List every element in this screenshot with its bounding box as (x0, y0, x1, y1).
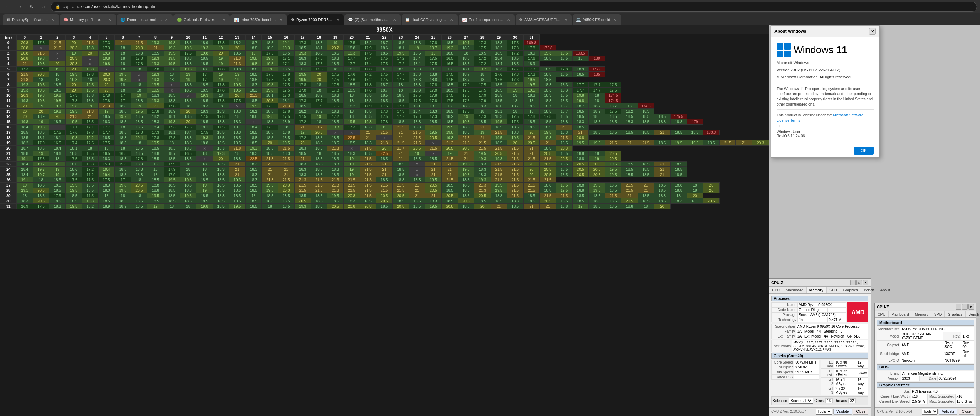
close-button[interactable]: ✕ (863, 280, 869, 285)
tab-graphics[interactable]: Graphics (840, 287, 861, 293)
r-tab-mainboard[interactable]: Mainboard (889, 311, 912, 317)
cpuz-right-window: CPU-Z ─ □ ✕ CPU Mainboard Memory SPD Gra… (875, 303, 977, 416)
heatmap-cell: 18.5 (621, 172, 638, 177)
heatmap-cell: 21 (262, 167, 278, 172)
tools-select[interactable]: Tools (816, 409, 832, 414)
heatmap-cell: 18.5 (82, 156, 98, 161)
r-tab-cpu[interactable]: CPU (875, 311, 889, 317)
mb-sb2-value: X670E (943, 349, 961, 358)
tab-cpu[interactable]: CPU (769, 287, 783, 293)
brand-value (827, 308, 846, 312)
r-minimize-button[interactable]: ─ (956, 304, 961, 310)
home-button[interactable]: ⌂ (39, 2, 49, 12)
heatmap-cell: 18.6 (33, 146, 49, 151)
tech-label: Technology (772, 317, 798, 322)
heatmap-cell: 18.8 (572, 151, 589, 156)
heatmap-cell: 18.5 (458, 183, 474, 188)
heatmap-cell: 17.4 (360, 61, 376, 67)
heatmap-cell: 20 (294, 140, 311, 146)
heatmap-cell: 18.5 (539, 124, 556, 130)
validate-button[interactable]: Validate (833, 409, 852, 414)
heatmap-cell: 18.5 (556, 199, 572, 204)
socket-select[interactable]: Socket #1 (789, 398, 813, 404)
r-cpuz-close-button[interactable]: Close (959, 409, 974, 414)
heatmap-cell: 20 (425, 124, 441, 130)
row-header: 2 (0, 51, 16, 56)
table-row: 1718.518.517.517.617.817.718.517.817.318… (0, 130, 769, 135)
r-tab-memory[interactable]: Memory (912, 311, 931, 317)
heatmap-cell: 17.3 (65, 93, 82, 98)
browser-tab[interactable]: 🖥DisplaySpecification...✕ (3, 14, 59, 25)
heatmap-cell: 21 (376, 167, 392, 172)
browser-tab[interactable]: ⚙Ryzen 7000 DDR5 O...✕ (288, 14, 344, 25)
back-button[interactable]: ← (3, 2, 13, 12)
minimize-button[interactable]: ─ (850, 280, 856, 285)
cpuz-close-button[interactable]: Close (853, 409, 869, 414)
heatmap-cell: 18.5 (196, 177, 213, 183)
heatmap-cell: 19 (589, 156, 605, 161)
heatmap-cell: 18.3 (49, 204, 65, 209)
heatmap-cell: 18 (82, 77, 98, 82)
ok-button[interactable]: OK (854, 147, 874, 155)
browser-tab[interactable]: 💬(2) [Sammelthread]...✕ (345, 14, 401, 25)
r-tools-select[interactable]: Tools (921, 409, 938, 414)
heatmap-cell: 21.5 (311, 177, 327, 183)
about-close-button[interactable]: ✕ (869, 28, 876, 35)
heatmap-cell: 17.3 (507, 77, 523, 82)
heatmap-cell: 17 (115, 93, 131, 98)
maximize-button[interactable]: □ (856, 280, 862, 285)
l3-ways: 16-way (856, 386, 868, 395)
browser-tab[interactable]: 🟢Geizhals Preisvergle...✕ (173, 14, 230, 25)
gi-bus-row: Bus PCI-Express 4.0 (877, 389, 974, 394)
col-header: 2 (49, 35, 65, 40)
heatmap-cell: 18.5 (148, 51, 164, 56)
chipset-rev-val: 00 (963, 345, 966, 349)
tab-mainboard[interactable]: Mainboard (783, 287, 807, 293)
tab-about[interactable]: About (877, 287, 893, 293)
browser-tab[interactable]: 📈Zen4 comparison b...✕ (458, 14, 515, 25)
amd-text: AMD (851, 309, 864, 316)
reload-button[interactable]: ↻ (27, 2, 37, 12)
package-row: Package Socket AM5 (LGA1718) (772, 312, 846, 317)
heatmap-cell: 21 (736, 140, 752, 146)
heatmap-cell: 18.8 (180, 135, 196, 140)
l1inst-ways: 8-way (856, 369, 868, 378)
heatmap-cell: 19.5 (148, 88, 164, 93)
tab-bench[interactable]: Bench (861, 287, 878, 293)
browser-tab[interactable]: 💻9950X ES dellid✕ (573, 14, 621, 25)
r-tab-graphics[interactable]: Graphics (945, 311, 966, 317)
table-row: 2518.419.71918.617.219.418.818.31817.918… (0, 172, 769, 177)
heatmap-cell: 17.5 (458, 109, 474, 114)
heatmap-cell: x (131, 77, 147, 82)
browser-tab[interactable]: 🌐Domdtdissar moh-...✕ (117, 14, 173, 25)
heatmap-cell: 18 (262, 204, 278, 209)
heatmap-cell: 22.5 (344, 135, 360, 140)
tab-spd[interactable]: SPD (827, 287, 840, 293)
heatmap-cell: 21 (654, 161, 670, 167)
heatmap-cell: 17.8 (213, 82, 229, 88)
heatmap-cell: 19.5 (65, 119, 82, 124)
tab-memory[interactable]: Memory (807, 287, 827, 293)
r-close-button[interactable]: ✕ (968, 304, 974, 310)
extfam-row: Ext. Family 1A Ext. Model 44 Revision GN… (772, 334, 869, 339)
browser-tab[interactable]: ⚙AMS AGESA/UEFI/Bl...✕ (515, 14, 572, 25)
heatmap-cell: 18.3 (245, 82, 261, 88)
browser-tab[interactable]: 🧠Memory profile test...✕ (60, 14, 116, 25)
version-text: Version 23H2 (OS Build 22631.4112) (776, 67, 874, 73)
heatmap-cell: 19.5 (262, 188, 278, 193)
heatmap-cell: 18.5 (213, 204, 229, 209)
heatmap-cell: 19.8 (82, 67, 98, 72)
heatmap-cell: 19 (148, 204, 164, 209)
cpuz-right-tabs: CPU Mainboard Memory SPD Graphics Bench … (875, 311, 976, 318)
r-tab-bench[interactable]: Bench (966, 311, 980, 317)
cache-info: L1 Data 16 x 48 KBytes 12-way L1 Inst. 1… (821, 360, 869, 395)
url-bar[interactable]: 🔒 capframex.com/assets/static/latency-he… (51, 2, 977, 12)
browser-tab[interactable]: 📊mine 7950x benchm...✕ (231, 14, 287, 25)
heatmap-cell: 18.5 (392, 40, 409, 45)
r-tab-spd[interactable]: SPD (931, 311, 945, 317)
r-validate-button[interactable]: Validate (939, 409, 958, 414)
browser-tab[interactable]: 📋dual CCD vs single...✕ (401, 14, 458, 25)
heatmap-cell: 17.5 (474, 88, 490, 93)
r-maximize-button[interactable]: □ (962, 304, 968, 310)
forward-button[interactable]: → (15, 2, 25, 12)
